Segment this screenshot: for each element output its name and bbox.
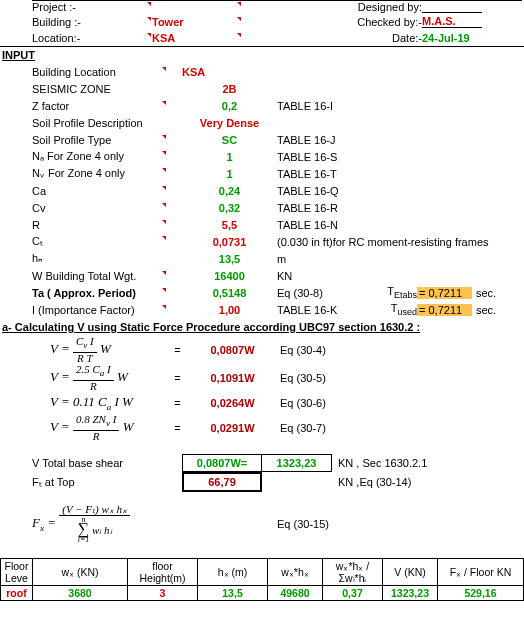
td-fh: 3 — [128, 586, 198, 601]
val-sd: Very Dense — [182, 117, 277, 129]
th-wx: wₓ (KN) — [33, 559, 128, 586]
lbl-ta: Ta ( Approx. Period) — [32, 287, 136, 299]
lbl-sd: Soil Profile Description — [32, 117, 182, 129]
input-title: INPUT — [0, 47, 524, 63]
td-floor: roof — [1, 586, 33, 601]
eq4-formula: V = 0.8 ZNv IR W — [50, 414, 170, 441]
equations-block: V = Cv IR T W = 0,0807W Eq (30-4) V = 2.… — [0, 336, 524, 442]
th-fx: Fₓ / Floor KN — [438, 559, 524, 586]
lbl-ca: Ca — [32, 185, 46, 197]
date-val: 24-Jul-19 — [422, 32, 482, 44]
ref-r: TABLE 16-N — [277, 219, 367, 231]
ft-val: 66,79 — [182, 472, 262, 492]
fx-ref: Eq (30-15) — [277, 518, 329, 530]
lbl-cv: Cv — [32, 202, 45, 214]
ref-st: TABLE 16-J — [277, 134, 367, 146]
td-v: 1323,23 — [383, 586, 438, 601]
lbl-z: Z factor — [32, 100, 69, 112]
ref-w: KN — [277, 270, 367, 282]
table-header-row: Floor Leve wₓ (KN) floor Height(m) hₓ (m… — [1, 559, 524, 586]
tetabs-unit: sec. — [472, 287, 502, 299]
td-ratio: 0,37 — [323, 586, 383, 601]
th-floor: Floor Leve — [1, 559, 33, 586]
eq2-val: 0,1091W — [185, 372, 280, 384]
ref-hn: m — [277, 253, 367, 265]
tused-val: = 0,7211 — [417, 304, 472, 316]
checked-val: M.A.S. — [422, 15, 482, 28]
lbl-na: Nₐ For Zone 4 only — [32, 150, 124, 162]
eq3-ref: Eq (30-6) — [280, 397, 370, 409]
lbl-sz: SEISMIC ZONE — [32, 83, 182, 95]
val-w: 16400 — [182, 270, 277, 282]
lbl-i: I (Importance Factor) — [32, 304, 135, 316]
ref-i: TABLE 16-K — [277, 304, 367, 316]
eq1-ref: Eq (30-4) — [280, 344, 370, 356]
lbl-hn: hₙ — [32, 252, 182, 265]
lbl-ct: Cₜ — [32, 235, 43, 247]
vtotal-val: 1323,23 — [262, 454, 332, 472]
section-a-title: a- Calculating V using Static Force Proc… — [0, 318, 524, 336]
lbl-nv: Nᵥ For Zone 4 only — [32, 167, 125, 179]
td-fx: 529,16 — [438, 586, 524, 601]
th-ratio: wₓ*hₓ /Σwᵢ*hᵢ — [323, 559, 383, 586]
table-row: roof 3680 3 13,5 49680 0,37 1323,23 529,… — [1, 586, 524, 601]
eq3-formula: V = 0.11 Ca I W — [50, 394, 170, 412]
checked-label: Checked by:- — [332, 16, 422, 28]
eq1-formula: V = Cv IR T W — [50, 336, 170, 363]
eq4-ref: Eq (30-7) — [280, 422, 370, 434]
val-cv: 0,32 — [182, 202, 277, 214]
eq3-val: 0,0264W — [185, 397, 280, 409]
lbl-w: W Building Total Wgt. — [32, 270, 136, 282]
val-na: 1 — [182, 151, 277, 163]
designed-label: Designed by: — [332, 0, 422, 13]
vtotal-note: KN , Sec 1630.2.1 — [332, 457, 427, 469]
ref-na: TABLE 16-S — [277, 151, 367, 163]
th-wxhx: wₓ*hₓ — [268, 559, 323, 586]
lbl-r: R — [32, 219, 40, 231]
td-wxhx: 49680 — [268, 586, 323, 601]
building-label: Building :- — [32, 16, 81, 28]
eq2-formula: V = 2.5 Ca IR W — [50, 364, 170, 391]
val-z: 0,2 — [182, 100, 277, 112]
val-ct: 0,0731 — [182, 236, 277, 248]
val-ta: 0,5148 — [182, 287, 277, 299]
ref-nv: TABLE 16-T — [277, 168, 367, 180]
ft-note: KN ,Eq (30-14) — [332, 476, 411, 488]
th-fh: floor Height(m) — [128, 559, 198, 586]
eq1-val: 0,0807W — [185, 344, 280, 356]
lbl-bl: Building Location — [32, 66, 116, 78]
val-st: SC — [182, 134, 277, 146]
vtotal-coeff: 0,0807W= — [182, 454, 262, 472]
header-area: Project :- Designed by: — [0, 0, 524, 13]
ft-row: Fₜ at Top 66,79 KN ,Eq (30-14) — [0, 472, 524, 492]
td-wx: 3680 — [33, 586, 128, 601]
td-hx: 13,5 — [198, 586, 268, 601]
val-r: 5,5 — [182, 219, 277, 231]
th-hx: hₓ (m) — [198, 559, 268, 586]
val-ca: 0,24 — [182, 185, 277, 197]
val-hn: 13,5 — [182, 253, 277, 265]
ref-ta: Eq (30-8) — [277, 287, 367, 299]
ref-z: TABLE 16-I — [277, 100, 367, 112]
lbl-st: Soil Profile Type — [32, 134, 111, 146]
project-label: Project :- — [32, 1, 76, 13]
input-block: Building Location KSA SEISMIC ZONE 2B Z … — [0, 63, 524, 318]
floor-table: Floor Leve wₓ (KN) floor Height(m) hₓ (m… — [0, 558, 524, 601]
vtotal-row: V Total base shear 0,0807W= 1323,23 KN ,… — [0, 454, 524, 472]
fx-formula: Fx = (V − Fₜ) wₓ hₓ n ∑ i=1 wᵢ hᵢ — [32, 504, 212, 544]
ft-label: Fₜ at Top — [32, 476, 182, 489]
building-val: Tower — [152, 16, 184, 28]
date-label: Date:- — [332, 32, 422, 44]
vtotal-label: V Total base shear — [32, 457, 182, 469]
val-i: 1,00 — [182, 304, 277, 316]
ref-cv: TABLE 16-R — [277, 202, 367, 214]
val-bl: KSA — [182, 66, 277, 78]
location-val: KSA — [152, 32, 175, 44]
ref-ca: TABLE 16-Q — [277, 185, 367, 197]
th-v: V (KN) — [383, 559, 438, 586]
val-nv: 1 — [182, 168, 277, 180]
ref-ct: (0.030 in ft)for RC moment-resisting fra… — [277, 236, 524, 248]
tetabs-val: = 0,7211 — [417, 287, 472, 299]
tused-unit: sec. — [472, 304, 502, 316]
eq4-val: 0,0291W — [185, 422, 280, 434]
